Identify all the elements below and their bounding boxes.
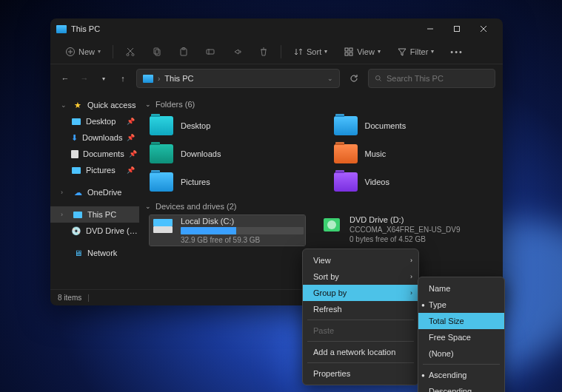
ctx-add-network-location[interactable]: Add a network location [303,344,418,360]
ctx-group-type[interactable]: ●Type [418,297,504,313]
cut-icon [125,47,136,57]
search-box[interactable] [368,69,495,88]
folder-icon [334,144,358,163]
ctx-refresh[interactable]: Refresh [303,301,418,317]
filter-label: Filter [410,47,428,56]
recent-button[interactable]: ▾ [96,71,111,86]
ctx-group-ascending[interactable]: ●Ascending [418,367,504,383]
folder-label: Music [365,149,387,158]
sidebar-item-desktop[interactable]: Desktop 📌 [50,113,139,129]
filter-button[interactable]: Filter▾ [392,44,438,60]
view-button[interactable]: View▾ [339,44,385,60]
sort-icon [293,47,304,57]
sort-button[interactable]: Sort▾ [289,44,332,60]
svg-point-19 [375,75,380,80]
drive-local-disk-c[interactable]: Local Disk (C:) 32.9 GB free of 59.3 GB [150,215,305,246]
search-input[interactable] [387,74,489,83]
svg-rect-22 [153,219,173,226]
forward-button[interactable]: → [77,71,92,86]
paste-icon [178,47,189,57]
chevron-right-icon: › [410,257,412,264]
svg-point-24 [327,220,336,229]
bullet-icon: ● [421,302,425,308]
drive-dvd-d[interactable]: DVD Drive (D:) CCCOMA_X64FRE_EN-US_DV9 0… [320,215,475,246]
new-button[interactable]: New ▾ [61,44,105,60]
view-icon [344,47,354,57]
minimize-button[interactable] [417,18,444,39]
svg-rect-17 [345,53,348,55]
folder-music[interactable]: Music [334,141,504,166]
delete-icon [258,47,269,57]
folder-videos[interactable]: Videos [334,169,504,195]
sidebar-this-pc[interactable]: › This PC [50,206,139,223]
maximize-button[interactable] [444,18,470,39]
sidebar-item-label: Quick access [87,101,136,109]
ctx-group-total-size[interactable]: Total Size [418,313,504,329]
folder-icon [150,144,173,163]
sidebar-onedrive[interactable]: › ☁ OneDrive [50,184,139,200]
paste-button[interactable] [174,44,193,60]
folder-pictures[interactable]: Pictures [150,169,319,195]
bullet-icon: ● [421,372,425,379]
sidebar-quick-access[interactable]: ⌄ ★ Quick access [50,97,139,113]
sidebar-item-downloads[interactable]: ⬇ Downloads 📌 [50,129,139,146]
folder-label: Desktop [181,121,210,130]
sidebar-item-label: OneDrive [87,188,121,197]
ctx-group-name[interactable]: Name [418,280,504,297]
sidebar-item-documents[interactable]: Documents 📌 [50,146,139,162]
ctx-group-none[interactable]: (None) [418,345,504,362]
folder-label: Pictures [181,178,210,186]
this-pc-icon [143,75,153,83]
ctx-properties[interactable]: Properties [303,365,418,382]
ctx-sort-by[interactable]: Sort by› [303,268,418,285]
back-button[interactable]: ← [58,71,73,86]
cut-button[interactable] [121,44,140,60]
chevron-down-icon: ⌄ [145,203,151,210]
drive-sub: 0 bytes free of 4.52 GB [349,235,475,243]
folder-icon [334,116,358,135]
sidebar-item-pictures[interactable]: Pictures 📌 [50,162,139,178]
network-icon: 🖥 [73,249,83,257]
sidebar-item-label: Network [87,249,117,257]
ctx-view[interactable]: View› [303,252,418,268]
folder-desktop[interactable]: Desktop [150,113,319,138]
folder-documents[interactable]: Documents [334,113,504,138]
ctx-group-by[interactable]: Group by› [303,285,418,301]
more-button[interactable]: ••• [446,44,468,59]
copy-icon [152,47,162,57]
window-title: This PC [71,24,417,33]
ctx-group-descending[interactable]: Descending [418,383,504,392]
drive-icon [151,217,175,236]
titlebar: This PC [50,18,503,39]
svg-rect-18 [349,53,352,55]
folders-group-header[interactable]: ⌄ Folders (6) [145,100,503,109]
svg-line-20 [379,79,381,81]
refresh-icon [349,73,359,84]
share-icon [232,47,242,57]
status-items: 8 items [58,294,81,302]
refresh-button[interactable] [346,70,362,87]
svg-rect-1 [455,27,460,32]
chevron-down-icon[interactable]: ⌄ [327,75,333,82]
chevron-down-icon: ⌄ [145,101,151,108]
sidebar-dvd-drive[interactable]: 💿 DVD Drive (D:) CCCO… [50,223,139,239]
up-button[interactable]: ↑ [116,71,130,86]
close-button[interactable] [470,18,497,39]
view-label: View [357,47,375,56]
rename-button[interactable] [201,44,220,60]
share-button[interactable] [227,44,247,60]
this-pc-icon [56,25,67,33]
sidebar-network[interactable]: › 🖥 Network [50,245,139,261]
plus-circle-icon [65,47,76,57]
folder-downloads[interactable]: Downloads [150,141,319,166]
svg-point-7 [127,53,129,55]
copy-button[interactable] [147,44,167,60]
drives-group-header[interactable]: ⌄ Devices and drives (2) [145,202,503,211]
sidebar-item-label: Desktop [86,117,116,126]
sidebar: ⌄ ★ Quick access Desktop 📌 ⬇ Downloads 📌… [50,92,139,289]
drive-usage-bar [181,227,304,234]
ctx-group-free-space[interactable]: Free Space [418,329,504,345]
delete-button[interactable] [254,44,273,60]
address-bar[interactable]: › This PC ⌄ [136,69,340,88]
pin-icon: 📌 [127,118,135,125]
